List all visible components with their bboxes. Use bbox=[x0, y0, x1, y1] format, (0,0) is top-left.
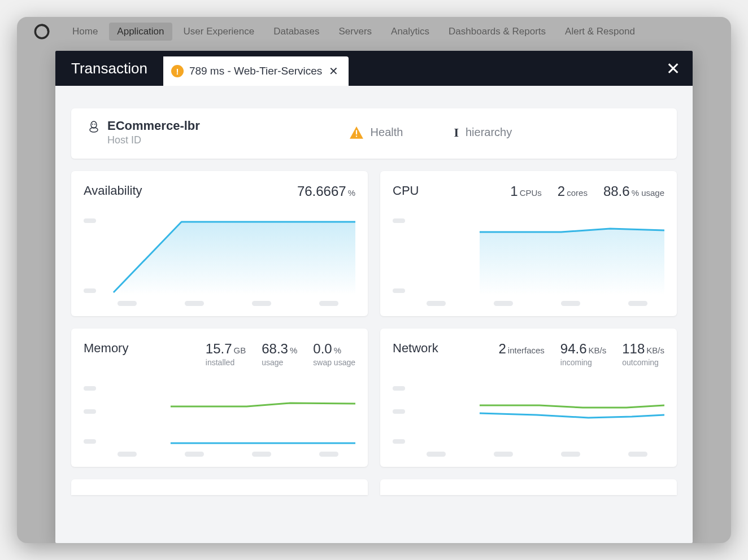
memory-usage: 68.3 bbox=[262, 341, 288, 356]
y-tick-skeleton bbox=[84, 386, 96, 391]
svg-rect-5 bbox=[356, 130, 357, 134]
x-tick-skeleton bbox=[628, 452, 647, 457]
app-window: Home Application User Experience Databas… bbox=[17, 17, 731, 543]
x-tick-skeleton bbox=[252, 452, 271, 457]
x-tick-skeleton bbox=[118, 452, 137, 457]
network-incoming: 94.6 bbox=[560, 341, 587, 356]
y-tick-skeleton bbox=[84, 409, 96, 414]
y-tick-skeleton bbox=[84, 218, 96, 223]
card-title-availability: Availability bbox=[84, 183, 142, 198]
nav-dashboards[interactable]: Dashboards & Reports bbox=[441, 23, 554, 41]
x-tick-skeleton bbox=[319, 452, 338, 457]
card-title-network: Network bbox=[393, 341, 438, 356]
linux-icon bbox=[87, 120, 101, 133]
host-name: ECommerce-lbr bbox=[107, 119, 200, 133]
network-interfaces: 2 bbox=[498, 341, 506, 356]
warning-circle-icon: ! bbox=[171, 65, 184, 77]
tab-label: 789 ms - Web-Tier-Services bbox=[189, 65, 322, 77]
host-id-label: Host ID bbox=[107, 134, 200, 146]
y-tick-skeleton bbox=[84, 288, 96, 293]
x-tick-skeleton bbox=[628, 301, 647, 306]
svg-rect-6 bbox=[356, 135, 357, 137]
warning-triangle-icon bbox=[349, 126, 364, 139]
x-tick-skeleton bbox=[494, 452, 513, 457]
card-availability: Availability 76.6667% bbox=[71, 171, 368, 316]
cpu-cores-unit: cores bbox=[567, 188, 588, 198]
network-outcoming-unit: KB/s bbox=[646, 345, 664, 355]
nav-home[interactable]: Home bbox=[64, 23, 106, 41]
cpu-count: 1 bbox=[510, 183, 517, 199]
modal-close-button[interactable]: ✕ bbox=[666, 59, 680, 78]
hierarchy-indicator[interactable]: I hierarchy bbox=[454, 125, 512, 140]
cpu-count-unit: CPUs bbox=[520, 188, 542, 198]
hierarchy-icon: I bbox=[454, 125, 459, 140]
memory-usage-unit: % bbox=[290, 345, 297, 355]
modal-title: Transaction bbox=[55, 60, 163, 77]
x-tick-skeleton bbox=[561, 452, 580, 457]
transaction-tab[interactable]: ! 789 ms - Web-Tier-Services ✕ bbox=[163, 56, 349, 86]
nav-user-experience[interactable]: User Experience bbox=[176, 23, 263, 41]
y-tick-skeleton bbox=[393, 386, 405, 391]
transaction-modal: Transaction ! 789 ms - Web-Tier-Services… bbox=[55, 51, 693, 543]
network-chart bbox=[393, 384, 664, 446]
x-tick-skeleton bbox=[185, 452, 204, 457]
network-outcoming-sub: outcoming bbox=[622, 358, 659, 367]
card-title-cpu: CPU bbox=[393, 183, 419, 198]
modal-header: Transaction ! 789 ms - Web-Tier-Services… bbox=[55, 51, 693, 86]
memory-installed: 15.7 bbox=[206, 341, 232, 356]
x-tick-skeleton bbox=[252, 301, 271, 306]
nav-application[interactable]: Application bbox=[109, 23, 172, 41]
y-tick-skeleton bbox=[393, 409, 405, 414]
memory-swap-unit: % bbox=[334, 345, 341, 355]
svg-point-1 bbox=[91, 121, 97, 128]
memory-chart bbox=[84, 384, 355, 446]
x-tick-skeleton bbox=[118, 301, 137, 306]
x-tick-skeleton bbox=[427, 301, 446, 306]
network-incoming-unit: KB/s bbox=[589, 345, 607, 355]
memory-installed-unit: GB bbox=[234, 345, 246, 355]
nav-servers[interactable]: Servers bbox=[330, 23, 380, 41]
card-memory: Memory 15.7GB installed 68.3% usage bbox=[71, 329, 368, 467]
health-label: Health bbox=[371, 126, 403, 139]
hierarchy-label: hierarchy bbox=[466, 126, 512, 139]
y-tick-skeleton bbox=[84, 439, 96, 444]
x-tick-skeleton bbox=[427, 452, 446, 457]
cpu-usage: 88.6 bbox=[603, 183, 630, 199]
host-summary-card: ECommerce-lbr Host ID Health I hierarchy bbox=[71, 108, 677, 159]
cpu-usage-unit: % usage bbox=[632, 188, 664, 198]
card-cpu: CPU 1CPUs 2cores 88.6% usage bbox=[380, 171, 677, 316]
top-nav: Home Application User Experience Databas… bbox=[17, 17, 731, 46]
availability-value: 76.6667 bbox=[297, 183, 346, 199]
card-title-memory: Memory bbox=[84, 341, 128, 356]
memory-installed-sub: installed bbox=[206, 358, 234, 367]
x-tick-skeleton bbox=[319, 301, 338, 306]
svg-point-3 bbox=[92, 124, 93, 125]
network-incoming-sub: incoming bbox=[560, 358, 592, 367]
tab-close-button[interactable]: ✕ bbox=[329, 64, 338, 78]
cpu-chart bbox=[393, 216, 664, 295]
y-tick-skeleton bbox=[393, 218, 405, 223]
y-tick-skeleton bbox=[393, 288, 405, 293]
availability-chart bbox=[84, 216, 355, 295]
memory-swap: 0.0 bbox=[313, 341, 332, 356]
memory-swap-sub: swap usage bbox=[313, 358, 355, 367]
x-tick-skeleton bbox=[185, 301, 204, 306]
svg-point-4 bbox=[94, 124, 95, 125]
nav-databases[interactable]: Databases bbox=[266, 23, 327, 41]
availability-unit: % bbox=[348, 188, 355, 198]
modal-body: ECommerce-lbr Host ID Health I hierarchy bbox=[55, 86, 693, 543]
memory-usage-sub: usage bbox=[262, 358, 283, 367]
app-logo-icon bbox=[34, 24, 50, 40]
network-outcoming: 118 bbox=[622, 341, 645, 356]
network-interfaces-unit: interfaces bbox=[508, 345, 545, 355]
nav-alert-respond[interactable]: Alert & Respond bbox=[557, 23, 643, 41]
card-peek bbox=[380, 479, 677, 495]
nav-analytics[interactable]: Analytics bbox=[383, 23, 437, 41]
card-network: Network 2interfaces 94.6KB/s incoming 11… bbox=[380, 329, 677, 467]
x-tick-skeleton bbox=[561, 301, 580, 306]
x-tick-skeleton bbox=[494, 301, 513, 306]
card-peek bbox=[71, 479, 368, 495]
cpu-cores: 2 bbox=[558, 183, 565, 199]
health-indicator[interactable]: Health bbox=[349, 125, 403, 140]
y-tick-skeleton bbox=[393, 439, 405, 444]
